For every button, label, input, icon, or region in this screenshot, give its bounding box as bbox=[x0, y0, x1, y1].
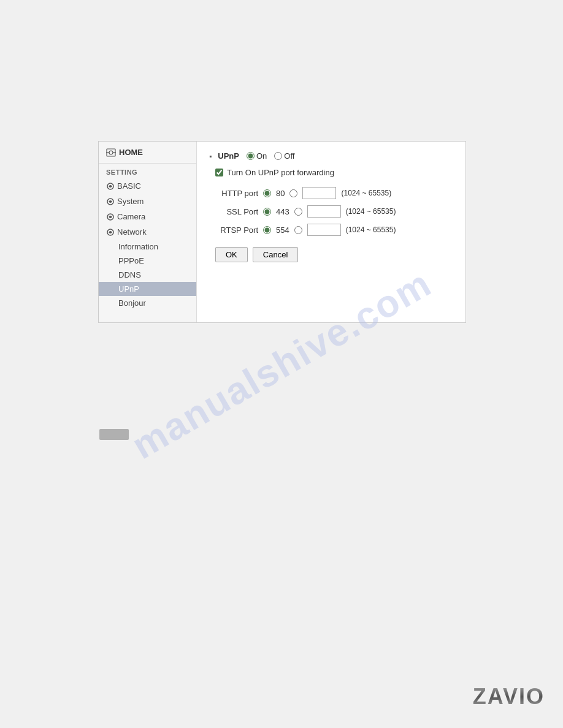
rtsp-port-custom-radio[interactable] bbox=[294, 226, 302, 234]
sidebar-item-ddns[interactable]: DDNS bbox=[99, 268, 196, 282]
pppoe-label: PPPoE bbox=[118, 256, 144, 265]
ssl-port-label: SSL Port bbox=[209, 207, 258, 216]
sidebar-item-system[interactable]: System bbox=[99, 194, 196, 209]
turn-on-upnp-checkbox[interactable] bbox=[215, 169, 223, 176]
sidebar-item-information[interactable]: Information bbox=[99, 240, 196, 254]
upnp-off-radio[interactable] bbox=[274, 152, 282, 160]
turn-on-upnp-row: Turn On UPnP port forwarding bbox=[209, 168, 453, 177]
sidebar-item-network[interactable]: Network bbox=[99, 224, 196, 240]
ddns-label: DDNS bbox=[118, 270, 141, 279]
main-panel: HOME SETTING BASIC bbox=[98, 141, 466, 323]
rtsp-port-label: RTSP Port bbox=[209, 226, 258, 235]
sidebar: HOME SETTING BASIC bbox=[99, 142, 197, 322]
home-link[interactable]: HOME bbox=[99, 142, 196, 164]
rtsp-port-radio-option[interactable] bbox=[263, 226, 271, 234]
upnp-main-label: UPnP bbox=[218, 151, 239, 161]
ok-button[interactable]: OK bbox=[215, 247, 248, 262]
upnp-onoff-row: ▪ UPnP On Off bbox=[209, 151, 453, 161]
sidebar-item-camera[interactable]: Camera bbox=[99, 209, 196, 224]
network-icon bbox=[106, 228, 115, 237]
rtsp-port-range: (1024 ~ 65535) bbox=[346, 226, 396, 234]
upnp-on-option[interactable]: On bbox=[247, 151, 267, 161]
upnp-label: UPnP bbox=[118, 284, 139, 294]
ssl-port-radio-option[interactable] bbox=[263, 208, 271, 216]
page-wrapper: HOME SETTING BASIC bbox=[0, 0, 563, 728]
on-label: On bbox=[256, 151, 267, 161]
ssl-port-selected-radio[interactable] bbox=[263, 208, 271, 216]
content-area: ▪ UPnP On Off Turn On UPnP port forwardi… bbox=[197, 142, 465, 322]
turn-on-upnp-label: Turn On UPnP port forwarding bbox=[227, 168, 334, 177]
rtsp-port-input[interactable] bbox=[307, 224, 341, 236]
information-label: Information bbox=[118, 242, 158, 251]
zavio-logo-text: ZAVIO bbox=[473, 684, 545, 709]
http-port-radio-option[interactable] bbox=[263, 189, 271, 197]
button-row: OK Cancel bbox=[209, 247, 453, 262]
gray-rect bbox=[99, 429, 129, 440]
rtsp-port-row: RTSP Port 554 (1024 ~ 65535) bbox=[209, 224, 453, 236]
http-port-input[interactable] bbox=[302, 187, 336, 199]
bonjour-label: Bonjour bbox=[118, 298, 146, 308]
upnp-on-radio[interactable] bbox=[247, 152, 255, 160]
ssl-port-custom-radio[interactable] bbox=[294, 208, 302, 216]
ssl-port-value: 443 bbox=[276, 207, 289, 216]
http-port-value: 80 bbox=[276, 189, 285, 198]
sidebar-item-pppoe[interactable]: PPPoE bbox=[99, 254, 196, 268]
http-port-custom-option[interactable] bbox=[289, 189, 297, 197]
system-icon bbox=[106, 197, 115, 206]
setting-label: SETTING bbox=[99, 164, 196, 178]
http-port-label: HTTP port bbox=[209, 189, 258, 198]
upnp-off-option[interactable]: Off bbox=[274, 151, 294, 161]
home-icon bbox=[106, 148, 116, 157]
network-label: Network bbox=[117, 227, 147, 237]
ssl-port-row: SSL Port 443 (1024 ~ 65535) bbox=[209, 205, 453, 218]
rtsp-port-custom-option[interactable] bbox=[294, 226, 302, 234]
http-port-custom-radio[interactable] bbox=[289, 189, 297, 197]
sidebar-item-upnp[interactable]: UPnP bbox=[99, 282, 196, 296]
rtsp-port-selected-radio[interactable] bbox=[263, 226, 271, 234]
upnp-radio-group: On Off bbox=[247, 151, 294, 161]
basic-icon bbox=[106, 182, 115, 191]
http-port-row: HTTP port 80 (1024 ~ 65535) bbox=[209, 187, 453, 199]
camera-label: Camera bbox=[117, 212, 145, 221]
ssl-port-range: (1024 ~ 65535) bbox=[346, 207, 396, 216]
off-label: Off bbox=[284, 151, 294, 161]
cancel-button[interactable]: Cancel bbox=[253, 247, 298, 262]
sidebar-item-bonjour[interactable]: Bonjour bbox=[99, 296, 196, 310]
sidebar-item-basic[interactable]: BASIC bbox=[99, 178, 196, 194]
home-label: HOME bbox=[119, 148, 143, 157]
zavio-logo: ZAVIO bbox=[473, 684, 545, 710]
ssl-port-custom-option[interactable] bbox=[294, 208, 302, 216]
http-port-selected-radio[interactable] bbox=[263, 189, 271, 197]
camera-icon bbox=[106, 213, 115, 221]
svg-point-1 bbox=[109, 151, 113, 154]
system-label: System bbox=[117, 197, 144, 206]
watermark: manualshive.com bbox=[0, 0, 563, 728]
http-port-range: (1024 ~ 65535) bbox=[341, 189, 391, 197]
ssl-port-input[interactable] bbox=[307, 205, 341, 218]
rtsp-port-value: 554 bbox=[276, 226, 289, 235]
basic-label: BASIC bbox=[117, 181, 141, 191]
